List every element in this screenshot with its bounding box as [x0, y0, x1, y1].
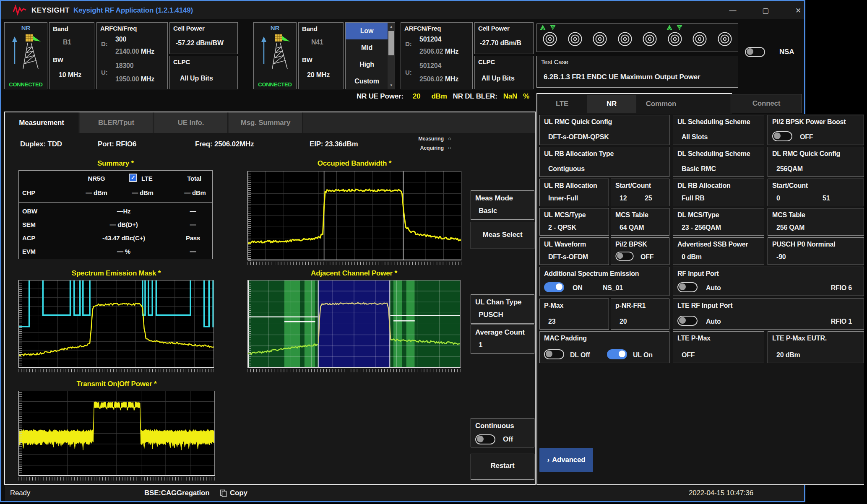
meas-select-button[interactable]: Meas Select — [471, 222, 534, 249]
field-dl-scheduling-scheme[interactable]: DL Scheduling SchemeBasic RMC — [673, 147, 764, 177]
cell-1-arfcn-box[interactable]: ARFCN/Freq D: 300 2140.00 MHz U: 18300 1… — [96, 22, 168, 89]
field-value: 64 QAM — [620, 224, 644, 231]
list-item-custom[interactable]: Custom — [346, 73, 388, 89]
list-scrollbar[interactable]: ▲ ▼ — [388, 23, 395, 89]
advanced-button[interactable]: › Advanced — [539, 448, 593, 472]
field-advertised-ssb-power[interactable]: Advertised SSB Power0 dBm — [673, 237, 764, 265]
field-pi2-bpsk-power-boost[interactable]: Pi/2 BPSK Power Boost OFF — [768, 115, 864, 145]
field-mac-padding[interactable]: MAC Padding DL Off UL On — [539, 331, 669, 363]
minimize-button[interactable]: — — [724, 4, 742, 17]
average-count-button[interactable]: Average Count 1 — [471, 325, 534, 354]
field-lte-p-max-eutr[interactable]: LTE P-Max EUTR.20 dBm — [768, 331, 864, 363]
status-bar: Ready BSE:CAGGregation Copy 2022-04-15 1… — [5, 486, 804, 501]
cell-1-power-box[interactable]: Cell Power -57.22 dBm/BW — [169, 22, 238, 54]
restart-button[interactable]: Restart — [471, 454, 534, 480]
start-value: 0 — [776, 195, 780, 202]
field-lte-p-max[interactable]: LTE P-MaxOFF — [673, 331, 764, 363]
field-label: MCS Table — [772, 211, 805, 219]
meas-mode-button[interactable]: Meas Mode Basic — [471, 190, 534, 220]
field-p-nr-fr1[interactable]: p-NR-FR120 — [611, 299, 669, 330]
ul-chan-type-button[interactable]: UL Chan Type PUSCH — [471, 294, 534, 324]
field-label: Additional Spectrum Emission — [544, 270, 639, 278]
field-ul-waveform[interactable]: UL WaveformDFT-s-OFDM — [539, 237, 609, 265]
lte-checkbox[interactable]: ✓ — [129, 174, 137, 182]
field-dl-rb-allocation[interactable]: DL RB AllocationFull RB — [673, 179, 764, 206]
list-item-low[interactable]: Low — [346, 23, 388, 39]
field-dl-mcs-table[interactable]: MCS Table256 QAM — [768, 208, 864, 236]
svg-text:D: D — [678, 26, 681, 29]
scroll-up-icon[interactable]: ▲ — [388, 23, 395, 30]
tab-common[interactable]: Common — [636, 95, 686, 113]
dl-arfcn: 501204 — [419, 36, 441, 43]
field-rf-input-port[interactable]: RF Input Port Auto RFIO 6 — [673, 267, 864, 296]
bw-value: 20 MHz — [307, 71, 330, 79]
field-ul-rb-allocation[interactable]: UL RB AllocationInner-Full — [539, 179, 609, 206]
tab-msg-summary[interactable]: Msg. Summary — [229, 112, 303, 133]
check-icon: ✓ — [131, 174, 135, 181]
copy-button[interactable]: Copy — [230, 489, 247, 497]
connect-button[interactable]: Connect — [731, 94, 802, 113]
field-ul-rb-allocation-type[interactable]: UL RB Allocation TypeContiguous — [539, 147, 669, 177]
list-item-mid[interactable]: Mid — [346, 39, 388, 56]
cell-1-status[interactable]: NR CONNECTED — [4, 22, 47, 89]
test-case-box[interactable]: Test Case 6.2B.1.3 FR1 ENDC UE Maximum O… — [536, 56, 738, 88]
cell-2-arfcn-box[interactable]: ARFCN/Freq D: 501204 2506.02 MHz U: 5012… — [401, 22, 473, 89]
cell-2-power-box[interactable]: Cell Power -27.70 dBm/B — [474, 22, 534, 54]
cell-1-band-box[interactable]: Band B1 BW 10 MHz — [49, 22, 94, 89]
cell-2-clpc-box[interactable]: CLPC All Up Bits — [474, 56, 534, 89]
pi2-bpsk-toggle[interactable] — [615, 252, 633, 261]
field-dl-start-count[interactable]: Start/Count 0 51 — [768, 179, 864, 206]
field-pi2-bpsk[interactable]: Pi/2 BPSK OFF — [611, 237, 669, 265]
ue-status-row: NR UE Power: 20 dBm NR DL BLER: NaN % — [323, 92, 529, 103]
cell-power-value: -57.22 dBm/BW — [176, 39, 224, 47]
lte-rf-input-auto-toggle[interactable] — [677, 316, 698, 326]
app-title: Keysight RF Application (1.2.1.4149) — [73, 6, 193, 15]
close-button[interactable]: ✕ — [789, 4, 807, 17]
scroll-down-icon[interactable]: ▼ — [388, 81, 395, 89]
continuous-toggle[interactable] — [475, 434, 495, 444]
downlink-marker-icon: D — [676, 24, 683, 31]
field-lte-rf-input-port[interactable]: LTE RF Input Port Auto RFIO 1 — [673, 299, 864, 330]
tab-measurement[interactable]: Measurement — [5, 112, 79, 133]
field-value: NS_01 — [603, 284, 623, 292]
sem-chart-title: Spectrum Emission Mask * — [18, 269, 214, 278]
mac-ul-toggle[interactable] — [607, 349, 627, 359]
tab-nr[interactable]: NR — [587, 95, 636, 113]
cell-1-clpc-box[interactable]: CLPC All Up Bits — [169, 56, 238, 89]
arfcn-label: ARFCN/Freq — [404, 25, 441, 32]
list-item-high[interactable]: High — [346, 56, 388, 73]
dl-freq: 2506.02 MHz — [419, 48, 458, 55]
cell-2-band-box[interactable]: Band N41 BW 20 MHz — [298, 22, 344, 89]
field-dl-mcs-type[interactable]: DL MCS/Type23 - 256QAM — [673, 208, 764, 236]
field-additional-spectrum-emission[interactable]: Additional Spectrum Emission ON NS_01 — [539, 267, 669, 296]
field-value: -90 — [776, 253, 786, 261]
ase-toggle[interactable] — [544, 282, 564, 292]
mac-dl-state: DL Off — [570, 351, 590, 359]
field-value: All Slots — [682, 133, 708, 141]
pi2-boost-toggle[interactable] — [772, 131, 792, 141]
cell-tower-icon — [10, 31, 42, 70]
field-pusch-p0-norminal[interactable]: PUSCH P0 Norminal-90 — [768, 237, 864, 265]
ul-arfcn: 501204 — [419, 62, 441, 70]
scrollbar-thumb[interactable] — [388, 31, 394, 55]
field-ul-mcs-type[interactable]: UL MCS/Type2 - QPSK — [539, 208, 609, 236]
rf-input-auto-toggle[interactable] — [677, 282, 698, 292]
brand-name: KEYSIGHT — [31, 6, 70, 15]
tab-ue-info[interactable]: UE Info. — [154, 112, 228, 133]
nsa-toggle[interactable] — [745, 47, 765, 57]
tab-bler-tput[interactable]: BLER/Tput — [80, 112, 154, 133]
field-value: OFF — [682, 351, 695, 359]
field-dl-rmc-quick-config[interactable]: DL RMC Quick Config256QAM — [768, 147, 864, 177]
bse-status: BSE:CAGGregation — [144, 489, 209, 497]
tab-lte[interactable]: LTE — [537, 95, 587, 113]
col-nr5g: NR5G — [88, 175, 105, 182]
maximize-button[interactable]: ▢ — [756, 4, 775, 17]
field-ul-rmc-quick-config[interactable]: UL RMC Quick ConfigDFT-s-OFDM-QPSK — [539, 115, 669, 145]
field-value: 2 - QPSK — [548, 224, 576, 231]
mac-dl-toggle[interactable] — [544, 349, 564, 359]
field-ul-mcs-table[interactable]: MCS Table64 QAM — [611, 208, 669, 236]
cell-2-status[interactable]: NR CONNECTED — [253, 22, 297, 89]
field-p-max[interactable]: P-Max23 — [539, 299, 609, 330]
field-ul-start-count[interactable]: Start/Count 12 25 — [611, 179, 669, 206]
field-ul-scheduling-scheme[interactable]: UL Scheduling SchemeAll Slots — [673, 115, 764, 145]
